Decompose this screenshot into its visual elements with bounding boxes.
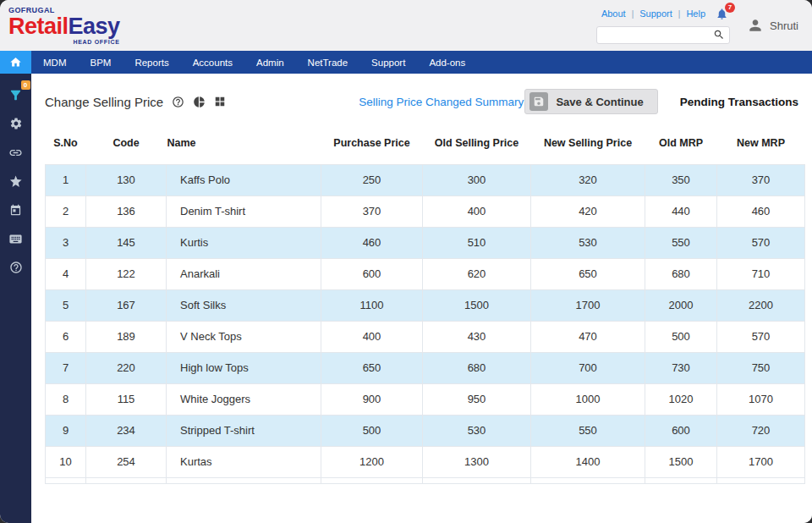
user-name: Shruti — [770, 19, 798, 32]
table-cell: 115 — [86, 383, 167, 415]
summary-link[interactable]: Selling Price Changed Summary — [359, 96, 524, 108]
nav-item-mdm[interactable]: MDM — [31, 51, 78, 74]
nav-item-nettrade[interactable]: NetTrade — [296, 51, 360, 74]
nav-item-add-ons[interactable]: Add-ons — [417, 51, 477, 74]
table-stub-cell — [86, 477, 167, 483]
column-header: New Selling Price — [531, 123, 645, 164]
table-cell: 3 — [46, 227, 86, 258]
notifications-button[interactable]: 7 — [716, 8, 728, 20]
table-cell: 950 — [423, 383, 531, 415]
user-menu[interactable]: Shruti — [747, 17, 798, 34]
table-cell: 1200 — [321, 446, 423, 477]
table-cell: Stripped T-shirt — [167, 415, 321, 446]
filter-icon — [8, 88, 23, 102]
title-group: Change Selling Price — [45, 95, 299, 109]
sidebar-help-button[interactable] — [8, 259, 25, 276]
sidebar-settings-button[interactable] — [8, 115, 25, 132]
brand-logo: GOFRUGAL RetailEasy HEAD OFFICE — [8, 7, 120, 45]
table-stub-cell — [46, 477, 86, 483]
table-cell: 650 — [321, 352, 423, 383]
sidebar-favorites-button[interactable] — [8, 173, 25, 190]
table-cell: 234 — [86, 415, 167, 446]
pie-chart-button[interactable] — [193, 96, 206, 108]
table-cell: 500 — [645, 321, 717, 352]
brand-product: RetailEasy — [8, 15, 120, 38]
table-cell: 2 — [46, 195, 86, 227]
table-cell: 500 — [321, 415, 423, 446]
sidebar-links-button[interactable] — [8, 144, 25, 161]
table-cell: 370 — [321, 195, 423, 227]
column-header: Code — [86, 123, 167, 164]
table-row[interactable]: 3145Kurtis460510530550570 — [46, 227, 805, 258]
search-input[interactable] — [597, 29, 709, 41]
brand-easy: Easy — [69, 14, 120, 39]
nav-item-reports[interactable]: Reports — [123, 51, 180, 74]
table-stub-cell — [167, 477, 321, 483]
title-help-button[interactable] — [172, 96, 184, 108]
table-cell: 470 — [531, 321, 645, 352]
table-cell: 9 — [46, 415, 86, 446]
table-cell: 122 — [86, 258, 167, 289]
table-cell: 430 — [423, 321, 531, 352]
nav-items: MDMBPMReportsAccountsAdminNetTradeSuppor… — [31, 51, 477, 74]
table-stub-cell — [321, 477, 423, 483]
pending-transactions-label[interactable]: Pending Transactions — [680, 96, 798, 108]
price-table: S.NoCodeNamePurchase PriceOld Selling Pr… — [45, 123, 805, 484]
table-cell: High low Tops — [167, 352, 321, 383]
column-header: Old Selling Price — [423, 123, 531, 164]
table-body: 1130Kaffs Polo2503003203503702136Denim T… — [46, 164, 805, 477]
table-cell: 530 — [423, 415, 531, 446]
nav-item-bpm[interactable]: BPM — [78, 51, 123, 74]
home-icon — [9, 56, 22, 69]
nav-item-support[interactable]: Support — [359, 51, 417, 74]
table-row[interactable]: 1130Kaffs Polo250300320350370 — [46, 164, 805, 195]
table-cell: 250 — [321, 164, 423, 195]
table-cell: 680 — [423, 352, 531, 383]
table-row[interactable]: 10254Kurtas12001300140015001700 — [46, 446, 805, 477]
table-cell: 550 — [531, 415, 645, 446]
table-row[interactable]: 7220High low Tops650680700730750 — [46, 352, 805, 383]
brand-retail: Retail — [8, 14, 69, 39]
star-icon — [8, 174, 23, 189]
table-header-row: S.NoCodeNamePurchase PriceOld Selling Pr… — [46, 123, 805, 164]
header-links: About|Support|Help — [601, 8, 705, 19]
table-cell: Kurtis — [167, 227, 321, 258]
header-link-support[interactable]: Support — [639, 8, 672, 19]
column-header: Purchase Price — [321, 123, 423, 164]
table-row[interactable]: 9234Stripped T-shirt500530550600720 — [46, 415, 805, 446]
sidebar-filter-button[interactable]: 0 — [8, 86, 25, 103]
table-row[interactable]: 5167Soft Silks11001500170020002200 — [46, 289, 805, 321]
nav-item-admin[interactable]: Admin — [244, 51, 296, 74]
pie-chart-icon — [193, 96, 206, 108]
table-cell: Denim T-shirt — [167, 195, 321, 227]
table-row[interactable]: 2136Denim T-shirt370400420440460 — [46, 195, 805, 227]
column-header: New MRP — [717, 123, 805, 164]
main-nav: MDMBPMReportsAccountsAdminNetTradeSuppor… — [0, 51, 812, 74]
table-cell: 1100 — [321, 289, 423, 321]
nav-home-button[interactable] — [0, 51, 31, 74]
header-link-help[interactable]: Help — [686, 8, 705, 19]
save-continue-button[interactable]: Save & Continue — [524, 89, 657, 114]
sidebar-calendar-button[interactable] — [8, 201, 25, 218]
header-right-column: About|Support|Help 7 — [596, 8, 730, 44]
search-icon[interactable] — [709, 29, 729, 41]
grid-view-button[interactable] — [214, 96, 226, 107]
table-cell: 510 — [423, 227, 531, 258]
nav-item-accounts[interactable]: Accounts — [181, 51, 244, 74]
table-cell: 1500 — [423, 289, 531, 321]
table-cell: Soft Silks — [167, 289, 321, 321]
header-right: About|Support|Help 7 Shruti — [596, 8, 798, 44]
table-row[interactable]: 6189V Neck Tops400430470500570 — [46, 321, 805, 352]
table-cell: 530 — [531, 227, 645, 258]
link-icon — [8, 146, 23, 160]
table-row[interactable]: 4122Anarkali600620650680710 — [46, 258, 805, 289]
table-cell: 370 — [717, 164, 805, 195]
table-row[interactable]: 8115White Joggers900950100010201070 — [46, 383, 805, 415]
toolbar: Change Selling Price Selling Price Chang… — [45, 87, 804, 116]
gear-icon — [9, 117, 23, 130]
table-cell: 7 — [46, 352, 86, 383]
header-link-about[interactable]: About — [601, 8, 626, 19]
table-cell: 420 — [531, 195, 645, 227]
sidebar-keyboard-button[interactable] — [8, 230, 25, 247]
calendar-icon — [9, 204, 22, 217]
